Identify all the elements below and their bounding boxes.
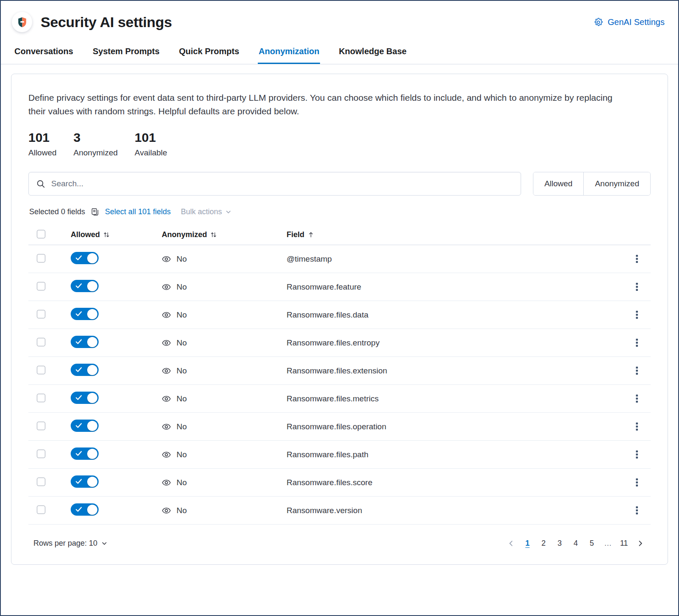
rows-per-page-button[interactable]: Rows per page: 10 — [33, 539, 108, 548]
row-actions-icon[interactable] — [633, 392, 641, 405]
anonymized-value: No — [177, 450, 187, 459]
pagination-page-2[interactable]: 2 — [537, 536, 550, 550]
row-actions-icon[interactable] — [633, 420, 641, 433]
allowed-toggle[interactable] — [71, 447, 99, 460]
check-icon — [75, 283, 82, 290]
field-name: Ransomware.files.data — [287, 310, 368, 319]
row-checkbox[interactable] — [37, 338, 45, 346]
row-checkbox[interactable] — [37, 282, 45, 290]
row-checkbox[interactable] — [37, 506, 45, 514]
allowed-toggle[interactable] — [71, 280, 99, 292]
row-actions-icon[interactable] — [633, 336, 641, 349]
row-checkbox[interactable] — [37, 394, 45, 402]
chevron-down-icon — [101, 540, 108, 547]
row-checkbox[interactable] — [37, 366, 45, 374]
sort-allowed-button[interactable]: Allowed — [71, 230, 110, 239]
row-actions-icon[interactable] — [633, 364, 641, 377]
bulk-actions-label: Bulk actions — [181, 207, 222, 216]
row-actions-icon[interactable] — [633, 252, 641, 265]
allowed-toggle[interactable] — [71, 336, 99, 348]
genai-settings-label: GenAI Settings — [607, 17, 665, 27]
field-name: Ransomware.feature — [287, 282, 361, 291]
check-icon — [75, 506, 82, 514]
tab-quick-prompts[interactable]: Quick Prompts — [178, 47, 240, 64]
toggle-knob — [87, 421, 97, 431]
filter-allowed-button[interactable]: Allowed — [533, 172, 584, 195]
row-checkbox[interactable] — [37, 422, 45, 430]
row-checkbox[interactable] — [37, 478, 45, 486]
anonymized-value: No — [177, 478, 187, 487]
stat-value: 101 — [28, 130, 57, 145]
row-actions-icon[interactable] — [633, 448, 641, 461]
stat-anonymized: 3Anonymized — [74, 130, 118, 157]
field-name: Ransomware.files.operation — [287, 422, 386, 431]
row-checkbox[interactable] — [37, 310, 45, 318]
stat-label: Allowed — [28, 148, 57, 157]
allowed-toggle[interactable] — [71, 475, 99, 488]
select-all-checkbox[interactable] — [37, 230, 45, 238]
pagination-page-1[interactable]: 1 — [521, 536, 534, 550]
pagination-page-11[interactable]: 11 — [617, 536, 631, 550]
anonymized-value: No — [177, 282, 187, 292]
check-icon — [75, 367, 82, 374]
table-footer: Rows per page: 10 12345…11 — [28, 536, 651, 550]
field-name: Ransomware.version — [287, 506, 362, 515]
anonymized-value: No — [177, 366, 187, 376]
sortable-icon — [103, 231, 110, 238]
check-icon — [75, 478, 82, 486]
sort-anonymized-button[interactable]: Anonymized — [162, 230, 217, 239]
filter-group: AllowedAnonymized — [533, 172, 651, 196]
bulk-actions-button[interactable]: Bulk actions — [181, 207, 232, 216]
eye-icon — [162, 394, 171, 403]
row-checkbox[interactable] — [37, 450, 45, 458]
allowed-toggle[interactable] — [71, 252, 99, 264]
search-input[interactable] — [51, 179, 513, 188]
allowed-toggle[interactable] — [71, 308, 99, 320]
allowed-toggle[interactable] — [71, 420, 99, 432]
security-ai-settings-page: Security AI settings GenAI Settings Conv… — [0, 0, 679, 616]
toggle-knob — [87, 449, 97, 459]
anonymized-value: No — [177, 394, 187, 403]
sort-field-button[interactable]: Field — [287, 230, 315, 239]
allowed-toggle[interactable] — [71, 392, 99, 404]
pagination-next-icon[interactable] — [633, 538, 647, 549]
select-all-link[interactable]: Select all 101 fields — [105, 207, 171, 216]
pagination-page-5[interactable]: 5 — [585, 536, 599, 550]
pagination-page-4[interactable]: 4 — [569, 536, 582, 550]
row-actions-icon[interactable] — [633, 504, 641, 517]
field-name: Ransomware.files.metrics — [287, 394, 379, 403]
anonymized-value: No — [177, 310, 187, 320]
row-actions-icon[interactable] — [633, 280, 641, 293]
tab-conversations[interactable]: Conversations — [14, 47, 74, 64]
allowed-toggle[interactable] — [71, 503, 99, 516]
genai-settings-button[interactable]: GenAI Settings — [593, 17, 665, 27]
stat-allowed: 101Allowed — [28, 130, 57, 157]
pagination-prev-icon[interactable] — [504, 538, 518, 549]
eye-icon — [162, 450, 171, 459]
table-row: No Ransomware.files.path — [28, 441, 651, 469]
field-name: Ransomware.files.entropy — [287, 338, 380, 347]
row-actions-icon[interactable] — [633, 476, 641, 489]
allowed-column-header: Allowed — [71, 230, 100, 239]
check-icon — [75, 450, 82, 458]
anonymized-value: No — [177, 422, 187, 431]
pagination-pages: 12345…11 — [521, 536, 631, 550]
tab-anonymization[interactable]: Anonymization — [258, 47, 320, 64]
tab-system-prompts[interactable]: System Prompts — [92, 47, 160, 64]
search-box[interactable] — [28, 172, 521, 196]
pagination-page-3[interactable]: 3 — [553, 536, 566, 550]
check-icon — [75, 395, 82, 402]
table-row: No Ransomware.files.operation — [28, 413, 651, 441]
pagination: 12345…11 — [504, 536, 647, 550]
search-row: AllowedAnonymized — [28, 172, 651, 196]
allowed-toggle[interactable] — [71, 364, 99, 376]
selection-row: Selected 0 fields Select all 101 fields … — [29, 207, 651, 216]
table-header-row: Allowed Anonymized — [28, 225, 651, 245]
toggle-knob — [87, 477, 97, 487]
filter-anonymized-button[interactable]: Anonymized — [583, 172, 650, 195]
field-name: Ransomware.files.score — [287, 478, 373, 487]
anonymization-panel: Define privacy settings for event data s… — [11, 74, 668, 565]
row-actions-icon[interactable] — [633, 308, 641, 321]
tab-knowledge-base[interactable]: Knowledge Base — [338, 47, 407, 64]
row-checkbox[interactable] — [37, 254, 45, 262]
